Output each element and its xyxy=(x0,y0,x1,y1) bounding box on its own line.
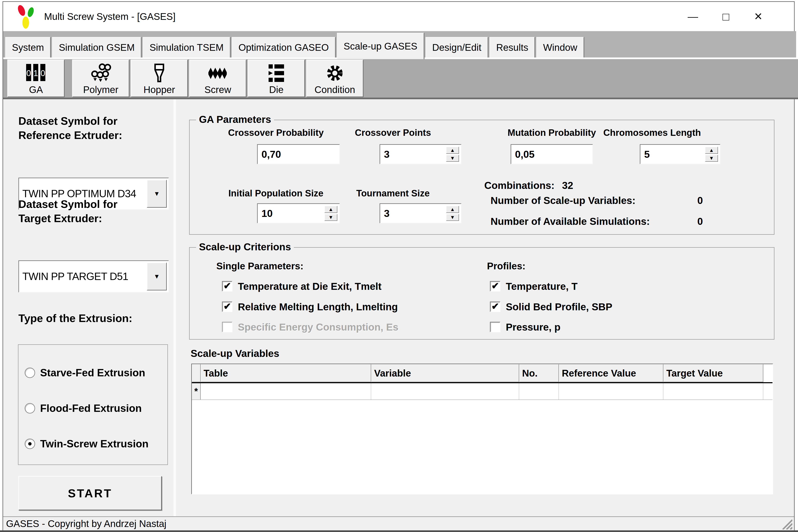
spin-down-icon[interactable]: ▼ xyxy=(446,214,459,221)
radio-icon[interactable] xyxy=(25,403,35,414)
initial-population-label: Initial Population Size xyxy=(217,188,335,198)
initial-population-stepper[interactable]: 10 ▲▼ xyxy=(257,203,340,223)
screw-icon xyxy=(190,63,246,83)
single-parameters-label: Single Parameters: xyxy=(216,260,303,272)
column-header-table[interactable]: Table xyxy=(201,364,371,382)
tab-window[interactable]: Window xyxy=(536,37,584,57)
toolbar-label: Polymer xyxy=(83,84,118,95)
checkbox-temperature-die-exit[interactable]: Temperature at Die Exit, Tmelt xyxy=(222,280,381,292)
condition-toolbar-button[interactable]: Condition xyxy=(306,60,363,97)
checkbox-relative-melting-length[interactable]: Relative Melting Length, Lmelting xyxy=(222,301,398,313)
spin-up-icon[interactable]: ▲ xyxy=(446,206,459,213)
toolbar-label: Die xyxy=(269,84,283,95)
toolbar-label: Screw xyxy=(204,84,231,95)
crossover-points-stepper[interactable]: 3 ▲▼ xyxy=(380,144,461,164)
hopper-funnel-icon xyxy=(131,63,187,83)
checkbox-checked-icon[interactable] xyxy=(490,281,500,291)
chevron-down-icon: ▼ xyxy=(154,273,160,280)
spin-up-icon[interactable]: ▲ xyxy=(324,206,337,213)
checkbox-solid-bed-profile[interactable]: Solid Bed Profile, SBP xyxy=(490,301,612,313)
cell-target-value[interactable] xyxy=(663,383,763,400)
spin-up-icon[interactable]: ▲ xyxy=(446,147,459,154)
die-icon xyxy=(248,63,304,83)
checkbox-specific-energy-consumption: Specific Energy Consumption, Es xyxy=(222,321,398,333)
toolbar-label: GA xyxy=(29,84,43,95)
tab-results[interactable]: Results xyxy=(490,37,535,57)
polymer-molecule-icon xyxy=(73,63,129,83)
start-button[interactable]: START xyxy=(18,476,162,510)
tab-system[interactable]: System xyxy=(5,37,51,57)
available-simulations-count-row: Number of Available Simulations: 0 xyxy=(491,216,703,227)
menu-tab-strip: System Simulation GSEM Simulation TSEM O… xyxy=(3,31,796,59)
crossover-probability-label: Crossover Probability xyxy=(217,128,335,138)
column-header-reference-value[interactable]: Reference Value xyxy=(559,364,663,382)
resize-grip-icon[interactable] xyxy=(780,518,792,530)
target-extruder-label: Dataset Symbol for Target Extruder: xyxy=(18,197,173,226)
ga-toolbar-button[interactable]: 0 1 0 GA xyxy=(7,60,64,97)
app-logo-icon xyxy=(15,4,37,29)
polymer-toolbar-button[interactable]: Polymer xyxy=(72,60,129,97)
spin-down-icon[interactable]: ▼ xyxy=(324,214,337,221)
mutation-probability-input[interactable]: 0,05 xyxy=(511,144,593,164)
toolbar: 0 1 0 GA Polymer xyxy=(3,59,798,99)
scaleup-variables-count-label: Number of Scale-up Variables: xyxy=(491,195,635,206)
radio-icon[interactable] xyxy=(25,367,35,378)
spin-down-icon[interactable]: ▼ xyxy=(446,155,459,162)
cell-no[interactable] xyxy=(519,383,559,400)
row-selector-header[interactable] xyxy=(192,364,201,382)
checkbox-pressure-profile[interactable]: Pressure, p xyxy=(490,321,560,333)
combinations-label: Combinations: xyxy=(484,180,554,191)
radio-starve-fed[interactable]: Starve-Fed Extrusion xyxy=(25,366,145,379)
checkbox-checked-icon[interactable] xyxy=(490,302,500,312)
spin-up-icon[interactable]: ▲ xyxy=(705,147,718,154)
profiles-label: Profiles: xyxy=(487,260,526,272)
scaleup-variables-table: Table Variable No. Reference Value Targe… xyxy=(191,364,773,494)
checkbox-checked-icon[interactable] xyxy=(222,302,232,312)
ga-genes-icon: 0 1 0 xyxy=(8,63,64,83)
combinations-row: Combinations: 32 xyxy=(484,180,573,191)
tab-optimization-gaseo[interactable]: Optimization GASEO xyxy=(232,37,336,57)
checkbox-checked-icon[interactable] xyxy=(222,281,232,291)
column-header-variable[interactable]: Variable xyxy=(371,364,519,382)
tab-simulation-gsem[interactable]: Simulation GSEM xyxy=(52,37,141,57)
chromosomes-length-stepper[interactable]: 5 ▲▼ xyxy=(640,144,720,164)
column-header-no[interactable]: No. xyxy=(519,364,559,382)
tournament-size-label: Tournament Size xyxy=(346,188,440,198)
dropdown-button[interactable]: ▼ xyxy=(147,263,167,290)
svg-text:0: 0 xyxy=(26,69,31,78)
tab-scale-up-gases[interactable]: Scale-up GASES xyxy=(337,33,424,59)
tab-design-edit[interactable]: Design/Edit xyxy=(425,37,488,57)
minimize-button[interactable]: — xyxy=(680,2,705,31)
cell-reference-value[interactable] xyxy=(559,383,663,400)
maximize-button[interactable]: □ xyxy=(714,2,738,31)
radio-twin-screw[interactable]: Twin-Screw Extrusion xyxy=(25,437,149,451)
column-header-target-value[interactable]: Target Value xyxy=(663,364,763,382)
die-toolbar-button[interactable]: Die xyxy=(248,60,305,97)
ga-parameters-title: GA Parameters xyxy=(196,114,274,125)
cell-variable[interactable] xyxy=(371,383,519,400)
radio-flood-fed[interactable]: Flood-Fed Extrusion xyxy=(25,402,142,415)
checkbox-unchecked-icon xyxy=(222,322,232,332)
cell-table[interactable] xyxy=(201,383,371,400)
title-bar: Multi Screw System - [GASES] — □ ✕ xyxy=(3,2,794,31)
scaleup-variables-count-value: 0 xyxy=(697,195,703,206)
condition-gear-icon xyxy=(307,63,363,83)
hopper-toolbar-button[interactable]: Hopper xyxy=(131,60,188,97)
toolbar-separator xyxy=(66,59,72,98)
new-row-marker[interactable]: * xyxy=(192,383,201,400)
close-button[interactable]: ✕ xyxy=(746,2,771,31)
radio-selected-icon[interactable] xyxy=(25,439,35,449)
table-row: * xyxy=(192,383,773,400)
tab-simulation-tsem[interactable]: Simulation TSEM xyxy=(143,37,230,57)
checkbox-temperature-profile[interactable]: Temperature, T xyxy=(490,280,577,292)
svg-text:1: 1 xyxy=(34,69,38,78)
status-text: GASES - Copyright by Andrzej Nastaj xyxy=(6,518,166,529)
checkbox-unchecked-icon[interactable] xyxy=(490,322,500,332)
crossover-probability-input[interactable]: 0,70 xyxy=(257,144,340,164)
panel-separator xyxy=(173,99,176,516)
tournament-size-stepper[interactable]: 3 ▲▼ xyxy=(380,203,461,223)
target-extruder-select[interactable]: TWIN PP TARGET D51 ▼ xyxy=(18,260,169,292)
scaleup-variables-title: Scale-up Variables xyxy=(191,348,279,359)
spin-down-icon[interactable]: ▼ xyxy=(705,155,718,162)
screw-toolbar-button[interactable]: Screw xyxy=(189,60,246,97)
